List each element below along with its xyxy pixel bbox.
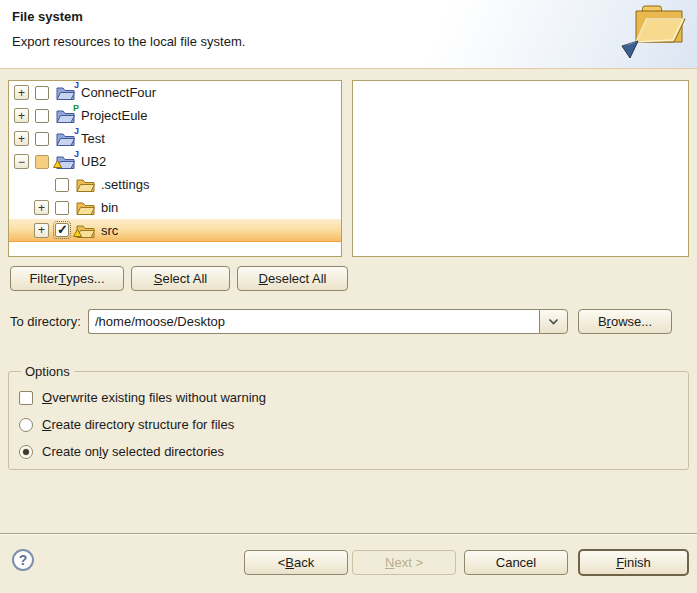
next-button: Next > [352,550,456,575]
tree-item-label: src [101,223,118,238]
tree-item-label: UB2 [81,154,106,169]
finish-button[interactable]: Finish [578,549,689,576]
folder-icon [76,177,95,192]
folder-icon [76,200,95,215]
tree-row-settings[interactable]: .settings [9,173,341,196]
chevron-down-icon [548,318,559,325]
filter-types-button[interactable]: Filter Types... [10,266,124,291]
expand-icon[interactable]: + [14,108,29,123]
question-mark-icon: ? [19,552,28,568]
button-label: < [278,555,286,570]
project-decorator-icon: P [73,103,79,113]
checkbox-bin[interactable] [55,201,69,215]
java-project-folder-warning-icon: J [56,154,75,169]
overwrite-checkbox[interactable] [19,391,33,405]
checkbox-settings[interactable] [55,178,69,192]
export-folder-icon [615,2,691,67]
cancel-button[interactable]: Cancel [464,550,568,575]
combo-dropdown-button[interactable] [539,309,568,334]
back-button[interactable]: < Back [244,550,348,575]
resource-tree: + J ConnectFour + P ProjectEule + J [8,80,342,257]
checkbox-projecteule[interactable] [35,109,49,123]
java-decorator-icon: J [74,149,79,159]
option-overwrite[interactable]: Overwrite existing files without warning [19,389,678,406]
tree-row-test[interactable]: + J Test [9,127,341,150]
option-label: Create directory structure for files [42,417,234,432]
plugin-project-folder-icon: P [56,108,75,123]
expand-icon[interactable]: + [34,223,49,238]
page-subtitle: Export resources to the local file syste… [12,34,245,49]
tree-row-src[interactable]: + src [9,219,341,242]
button-label: Filter [29,271,58,286]
to-directory-label: To directory: [10,314,81,329]
expand-icon[interactable]: + [34,200,49,215]
checkbox-ub2[interactable] [35,155,49,169]
tree-row-ub2[interactable]: − J UB2 [9,150,341,173]
deselect-all-button[interactable]: Deselect All [237,266,348,291]
file-list-panel[interactable] [352,80,689,257]
collapse-icon[interactable]: − [14,154,29,169]
create-structure-radio[interactable] [19,418,33,432]
options-group: Options Overwrite existing files without… [8,364,689,470]
folder-warning-icon [76,223,95,238]
tree-row-projecteule[interactable]: + P ProjectEule [9,104,341,127]
option-label: Create only selected directories [42,444,224,459]
create-selected-radio[interactable] [19,445,33,459]
checkbox-test[interactable] [35,132,49,146]
directory-combobox [88,309,568,334]
options-legend: Options [21,364,74,379]
tree-item-label: .settings [101,177,149,192]
browse-button[interactable]: Browse... [578,309,672,334]
page-title: File system [12,9,83,24]
java-project-folder-icon: J [56,85,75,100]
expand-icon[interactable]: + [14,85,29,100]
help-button[interactable]: ? [12,549,34,571]
checkbox-connectfour[interactable] [35,86,49,100]
java-decorator-icon: J [74,126,79,136]
warning-decorator-icon [53,156,62,171]
java-decorator-icon: J [74,80,79,90]
directory-input[interactable] [88,309,539,334]
java-project-folder-icon: J [56,131,75,146]
option-label: Overwrite existing files without warning [42,390,266,405]
option-create-structure[interactable]: Create directory structure for files [19,416,678,433]
export-file-system-dialog: File system Export resources to the loca… [0,0,697,593]
button-label: Cancel [496,555,536,570]
expand-icon[interactable]: + [14,131,29,146]
tree-item-label: bin [101,200,118,215]
tree-item-label: Test [81,131,105,146]
tree-item-label: ConnectFour [81,85,156,100]
dialog-button-bar: ? < Back Next > Cancel Finish [0,533,697,593]
button-label: B [598,314,607,329]
dialog-header: File system Export resources to the loca… [0,0,697,69]
tree-row-connectfour[interactable]: + J ConnectFour [9,81,341,104]
select-all-button[interactable]: Select All [131,266,230,291]
option-create-selected[interactable]: Create only selected directories [19,443,678,460]
tree-row-bin[interactable]: + bin [9,196,341,219]
tree-item-label: ProjectEule [81,108,147,123]
checkbox-src[interactable] [55,223,69,237]
warning-decorator-icon [73,225,82,240]
